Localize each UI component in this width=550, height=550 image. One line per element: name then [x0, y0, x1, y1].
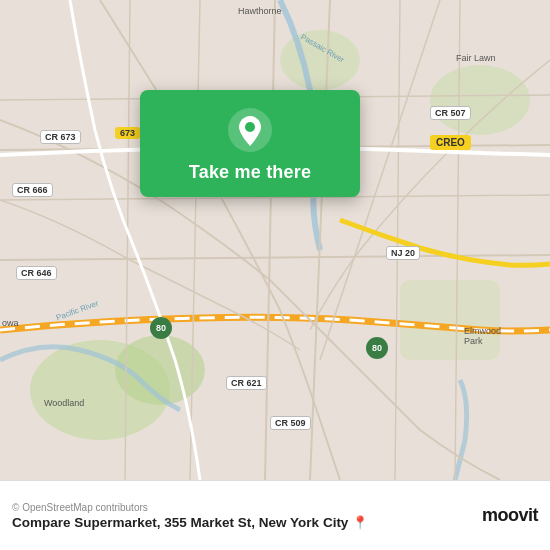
highway-badge-i80-west: 80 — [150, 317, 172, 339]
svg-point-4 — [430, 65, 530, 135]
map-label-owa: owa — [2, 318, 19, 328]
map-label-woodland: Woodland — [44, 398, 84, 408]
road-badge-cr621: CR 621 — [226, 376, 267, 390]
road-badge-cr666: CR 666 — [12, 183, 53, 197]
map-view: 673 CR 673 CR 666 CR 646 CR 507 CR 621 C… — [0, 0, 550, 480]
road-badge-cr507: CR 507 — [430, 106, 471, 120]
road-badge-673: 673 — [115, 127, 140, 139]
highway-badge-i80-east: 80 — [366, 337, 388, 359]
location-pin-icon — [228, 108, 272, 152]
road-badge-cr509: CR 509 — [270, 416, 311, 430]
road-badge-cr646: CR 646 — [16, 266, 57, 280]
svg-rect-5 — [400, 280, 500, 360]
moovit-logo: moovit — [482, 505, 538, 526]
take-me-there-label[interactable]: Take me there — [189, 162, 311, 183]
moovit-wordmark: moovit — [482, 505, 538, 526]
location-title: Compare Supermarket, 355 Market St, New … — [12, 515, 368, 530]
copyright-text: © OpenStreetMap contributors — [12, 502, 368, 513]
bottom-info: © OpenStreetMap contributors Compare Sup… — [12, 502, 368, 530]
bottom-bar: © OpenStreetMap contributors Compare Sup… — [0, 480, 550, 550]
road-badge-nj20: NJ 20 — [386, 246, 420, 260]
map-background — [0, 0, 550, 480]
svg-point-17 — [245, 122, 255, 132]
svg-point-3 — [280, 30, 360, 90]
map-label-elmwood: ElmwoodPark — [464, 326, 501, 346]
map-label-hawthorne: Hawthorne — [238, 6, 282, 16]
take-me-there-card[interactable]: Take me there — [140, 90, 360, 197]
map-label-fairlawn: Fair Lawn — [456, 53, 496, 63]
road-badge-cr673: CR 673 — [40, 130, 81, 144]
location-pin-emoji: 📍 — [352, 515, 368, 530]
creo-label: CREO — [430, 135, 471, 150]
